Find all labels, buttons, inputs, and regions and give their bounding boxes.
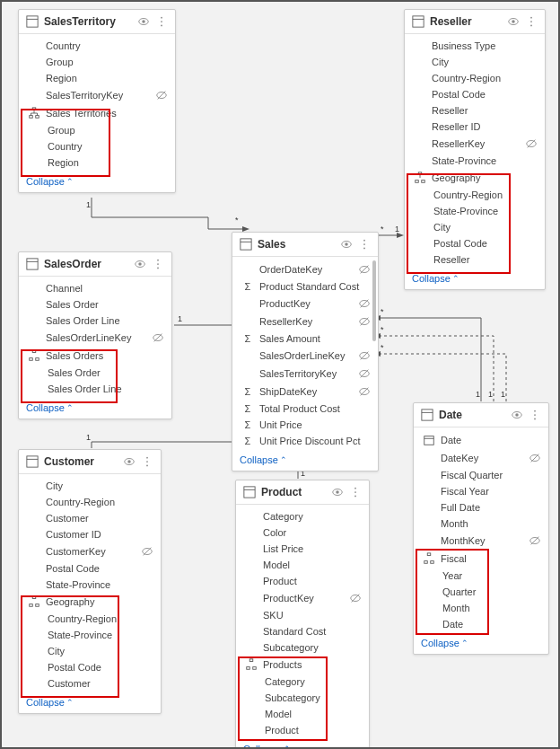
more-icon[interactable]: [358, 238, 371, 251]
field-row[interactable]: SalesOrderLineKey: [232, 347, 378, 365]
table-sales[interactable]: Sales OrderDateKey ΣProduct Standard Cos…: [232, 232, 379, 471]
field-row[interactable]: ΣTotal Product Cost: [232, 401, 378, 417]
collapse-button[interactable]: Collapse⌃: [19, 172, 175, 192]
more-icon[interactable]: [141, 455, 153, 468]
hierarchy-child[interactable]: Date: [414, 616, 548, 632]
field-row[interactable]: ProductKey: [236, 589, 369, 607]
field-row[interactable]: ΣShipDateKey: [232, 383, 378, 401]
hierarchy-child[interactable]: City: [405, 219, 545, 235]
field-row[interactable]: ProductKey: [232, 295, 378, 313]
scrollbar[interactable]: [372, 260, 376, 341]
hierarchy-child[interactable]: Category: [236, 674, 369, 690]
table-sales-order[interactable]: SalesOrder Channel Sales Order Sales Ord…: [18, 251, 172, 419]
field-row[interactable]: ΣUnit Price Discount Pct: [232, 433, 378, 449]
field-row[interactable]: Fiscal Year: [414, 483, 548, 499]
visibility-icon[interactable]: [134, 258, 146, 270]
field-row[interactable]: Reseller: [405, 102, 545, 119]
field-row[interactable]: OrderDateKey: [232, 260, 378, 278]
field-row[interactable]: Customer ID: [19, 526, 161, 542]
field-row[interactable]: Region: [19, 70, 175, 86]
visibility-icon[interactable]: [137, 15, 150, 28]
field-row[interactable]: ΣSales Amount: [232, 330, 378, 347]
hierarchy-child[interactable]: Month: [414, 600, 548, 616]
field-row[interactable]: Model: [236, 557, 369, 573]
hierarchy-row[interactable]: Sales Orders: [19, 347, 171, 365]
field-row[interactable]: SalesTerritoryKey: [19, 86, 175, 104]
field-row[interactable]: Date: [414, 431, 548, 449]
hierarchy-row[interactable]: Geography: [405, 169, 545, 187]
collapse-button[interactable]: Collapse⌃: [236, 740, 369, 749]
field-row[interactable]: Month: [414, 515, 548, 532]
field-row[interactable]: ResellerKey: [405, 135, 545, 153]
field-row[interactable]: Country-Region: [19, 494, 161, 510]
hierarchy-child[interactable]: Postal Code: [19, 659, 161, 675]
field-row[interactable]: MonthKey: [414, 532, 548, 550]
hierarchy-child[interactable]: Subcategory: [236, 690, 369, 706]
field-row[interactable]: Fiscal Quarter: [414, 467, 548, 483]
hierarchy-child[interactable]: Quarter: [414, 584, 548, 600]
field-row[interactable]: Full Date: [414, 499, 548, 515]
hierarchy-child[interactable]: Country-Region: [405, 187, 545, 203]
hierarchy-row[interactable]: Sales Territories: [19, 104, 175, 122]
hierarchy-child[interactable]: Year: [414, 568, 548, 584]
field-row[interactable]: Channel: [19, 280, 171, 296]
more-icon[interactable]: [529, 409, 541, 421]
table-customer[interactable]: Customer City Country-Region Customer Cu…: [18, 449, 162, 714]
hierarchy-child[interactable]: Region: [19, 154, 175, 171]
field-row[interactable]: City: [405, 54, 545, 70]
collapse-button[interactable]: Collapse⌃: [414, 634, 548, 654]
field-row[interactable]: State-Province: [405, 153, 545, 169]
collapse-button[interactable]: Collapse⌃: [19, 399, 171, 419]
field-row[interactable]: SKU: [236, 607, 369, 623]
field-row[interactable]: Sales Order: [19, 296, 171, 313]
hierarchy-child[interactable]: State-Province: [19, 627, 161, 643]
field-row[interactable]: Group: [19, 54, 175, 70]
field-row[interactable]: ResellerKey: [232, 313, 378, 330]
field-row[interactable]: SalesOrderLineKey: [19, 329, 171, 347]
field-row[interactable]: Country-Region: [405, 70, 545, 86]
field-row[interactable]: ΣUnit Price: [232, 417, 378, 433]
field-row[interactable]: Business Type: [405, 38, 545, 54]
more-icon[interactable]: [155, 15, 168, 28]
more-icon[interactable]: [525, 15, 538, 28]
table-date[interactable]: Date Date DateKey Fiscal Quarter Fiscal …: [413, 402, 549, 655]
field-row[interactable]: Product: [236, 573, 369, 589]
collapse-button[interactable]: Collapse⌃: [405, 269, 545, 289]
field-row[interactable]: Sales Order Line: [19, 313, 171, 329]
hierarchy-child[interactable]: Model: [236, 706, 369, 722]
hierarchy-child[interactable]: Sales Order: [19, 365, 171, 381]
field-row[interactable]: CustomerKey: [19, 542, 161, 560]
field-row[interactable]: Color: [236, 524, 369, 541]
table-sales-territory[interactable]: SalesTerritory Country Group Region Sale…: [18, 9, 176, 193]
field-row[interactable]: State-Province: [19, 577, 161, 593]
field-row[interactable]: City: [19, 478, 161, 494]
field-row[interactable]: Postal Code: [19, 560, 161, 577]
field-row[interactable]: ΣProduct Standard Cost: [232, 278, 378, 295]
hierarchy-child[interactable]: Postal Code: [405, 235, 545, 251]
field-row[interactable]: List Price: [236, 541, 369, 557]
visibility-icon[interactable]: [331, 486, 344, 498]
collapse-button[interactable]: Collapse⌃: [19, 693, 161, 713]
visibility-icon[interactable]: [340, 238, 353, 251]
field-row[interactable]: Customer: [19, 510, 161, 526]
hierarchy-child[interactable]: City: [19, 643, 161, 659]
hierarchy-row[interactable]: Fiscal: [414, 550, 548, 568]
hierarchy-child[interactable]: Reseller: [405, 251, 545, 268]
visibility-icon[interactable]: [511, 409, 523, 421]
hierarchy-row[interactable]: Products: [236, 656, 369, 674]
visibility-icon[interactable]: [123, 455, 136, 468]
field-row[interactable]: SalesTerritoryKey: [232, 365, 378, 383]
table-product[interactable]: Product Category Color List Price Model …: [235, 480, 370, 749]
table-reseller[interactable]: Reseller Business Type City Country-Regi…: [404, 9, 546, 290]
hierarchy-child[interactable]: Product: [236, 722, 369, 738]
hierarchy-child[interactable]: Sales Order Line: [19, 381, 171, 397]
hierarchy-child[interactable]: Country: [19, 138, 175, 154]
hierarchy-child[interactable]: Group: [19, 122, 175, 138]
field-row[interactable]: Postal Code: [405, 86, 545, 102]
hierarchy-child[interactable]: Country-Region: [19, 611, 161, 627]
field-row[interactable]: Standard Cost: [236, 623, 369, 639]
collapse-button[interactable]: Collapse⌃: [232, 451, 378, 471]
field-row[interactable]: Category: [236, 508, 369, 524]
field-row[interactable]: Reseller ID: [405, 119, 545, 135]
field-row[interactable]: Subcategory: [236, 639, 369, 656]
